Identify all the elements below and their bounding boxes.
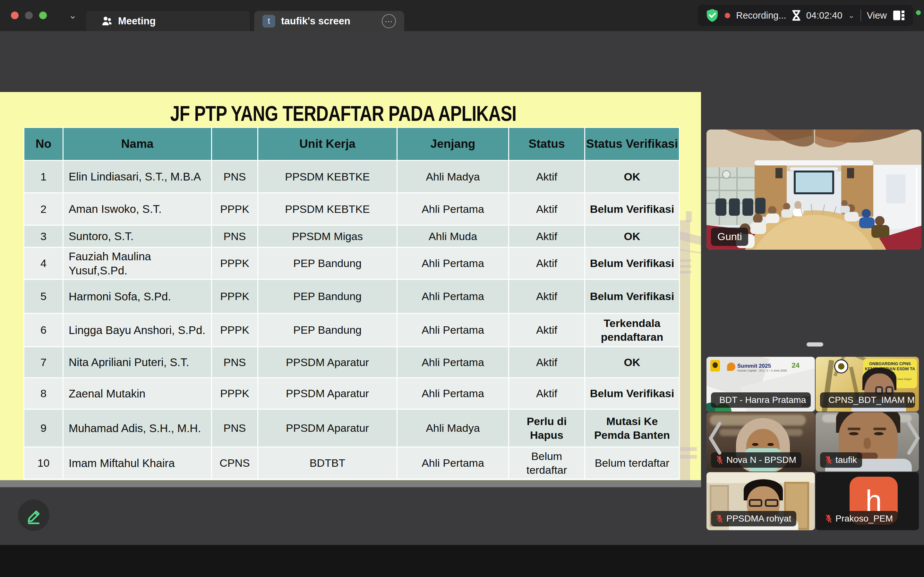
gallery-view-icon[interactable]: [893, 10, 905, 21]
table-header-row: No Nama Unit Kerja Jenjang Status Status…: [24, 127, 680, 161]
chevron-down-icon[interactable]: ⌄: [69, 10, 77, 21]
cell-jenjang: Ahli Pertama: [397, 447, 509, 479]
cell-kepeg: PNS: [212, 161, 258, 193]
table-row: 10Imam Miftahul KhairaCPNSBDTBTAhli Pert…: [24, 447, 680, 479]
table-row: 1Elin Lindiasari, S.T., M.B.APNSPPSDM KE…: [24, 161, 680, 193]
carousel-next-icon[interactable]: [906, 419, 921, 458]
cell-jenjang: Ahli Pertama: [397, 347, 509, 378]
cell-no: 1: [24, 161, 63, 193]
video-tile-taufik[interactable]: taufik: [816, 412, 919, 472]
cell-nama: Imam Miftahul Khaira: [63, 447, 212, 479]
people-icon: [102, 16, 113, 27]
hourglass-icon: [792, 10, 800, 21]
video-tile-rohyat[interactable]: PPSDMA rohyat: [706, 472, 815, 530]
col-status: Status: [509, 127, 585, 161]
participant-name-label: Gunti: [711, 227, 748, 246]
cell-status: Belum terdaftar: [509, 447, 585, 479]
carousel-prev-icon[interactable]: [708, 419, 722, 458]
participant-name: Nova N - BPSDM: [726, 455, 796, 465]
cell-nama: Fauziah Maulina Yusuf,S.Pd.: [63, 247, 212, 279]
participant-name-label: Prakoso_PEM: [820, 511, 898, 526]
cell-kepeg: PPPK: [212, 247, 258, 279]
bpsdm-logo: [710, 360, 720, 372]
cell-jenjang: Ahli Pertama: [397, 378, 509, 409]
video-panel: Gunti Summit 2025Human Capital · JCC, 3 …: [701, 31, 924, 577]
cell-unit: PEP Bandung: [258, 247, 397, 279]
cell-no: 10: [24, 447, 63, 479]
col-no: No: [24, 127, 63, 161]
cell-verif: OK: [585, 161, 680, 193]
cell-verif: Belum Verifikasi: [585, 279, 680, 314]
cell-unit: PEP Bandung: [258, 279, 397, 314]
cell-unit: PPSDM Aparatur: [258, 347, 397, 378]
cell-no: 7: [24, 347, 63, 378]
cell-verif: Mutasi Ke Pemda Banten: [585, 409, 680, 447]
participant-name-label: taufik: [820, 452, 862, 468]
col-kepegawaian: [212, 127, 258, 161]
view-button-label[interactable]: View: [867, 10, 887, 21]
cell-status: Aktif: [509, 347, 585, 378]
cell-nama: Muhamad Adis, S.H., M.H.: [63, 409, 212, 447]
video-tile-hanra[interactable]: Summit 2025Human Capital · JCC, 3 – 4 Ju…: [706, 357, 815, 412]
video-tile-prakoso[interactable]: h Prakoso_PEM: [816, 472, 919, 530]
camera-indicator-dot: [916, 10, 921, 15]
col-nama: Nama: [63, 127, 212, 161]
tab-screen-label: taufik's screen: [281, 15, 376, 27]
table-row: 8Zaenal MutakinPPPKPPSDM AparaturAhli Pe…: [24, 378, 680, 409]
cell-jenjang: Ahli Muda: [397, 226, 509, 247]
cell-unit: PPSDM KEBTKE: [258, 161, 397, 193]
participant-name: taufik: [835, 455, 857, 465]
cell-kepeg: CPNS: [212, 447, 258, 479]
cell-status: Aktif: [509, 378, 585, 409]
cell-unit: PEP Bandung: [258, 314, 397, 347]
table-row: 4Fauziah Maulina Yusuf,S.Pd.PPPKPEP Band…: [24, 247, 680, 279]
cell-nama: Aman Iswoko, S.T.: [63, 193, 212, 226]
minimize-window-button[interactable]: [25, 11, 33, 19]
table-row: 7Nita Apriliani Puteri, S.T.PNSPPSDM Apa…: [24, 347, 680, 378]
tab-meeting[interactable]: Meeting: [86, 11, 250, 31]
cell-no: 2: [24, 193, 63, 226]
meeting-timer: 04:02:40: [806, 10, 843, 21]
titlebar: ⌄ Meeting t taufik's screen … Recording.…: [0, 0, 924, 31]
zoom-meeting-window: ⌄ Meeting t taufik's screen … Recording.…: [0, 0, 924, 577]
table-body: 1Elin Lindiasari, S.T., M.B.APNSPPSDM KE…: [24, 161, 680, 479]
screen-share-avatar: t: [262, 15, 275, 27]
close-window-button[interactable]: [11, 11, 19, 19]
cell-jenjang: Ahli Pertama: [397, 247, 509, 279]
cell-nama: Nita Apriliani Puteri, S.T.: [63, 347, 212, 378]
video-tile-nova[interactable]: Nova N - BPSDM: [706, 412, 815, 472]
cell-verif: Terkendala pendaftaran: [585, 314, 680, 347]
esdm-logo: [834, 359, 848, 374]
cell-unit: PPSDM Aparatur: [258, 409, 397, 447]
tab-options-ellipsis-icon[interactable]: …: [382, 14, 396, 28]
timer-chevron-down-icon[interactable]: ⌄: [848, 11, 855, 20]
participant-name: PPSDMA rohyat: [726, 514, 791, 524]
cell-status: Aktif: [509, 193, 585, 226]
tab-taufik-screen[interactable]: t taufik's screen …: [254, 11, 404, 31]
panel-drag-handle[interactable]: [806, 342, 823, 347]
cell-no: 8: [24, 378, 63, 409]
participant-name: BDT - Hanra Pratama: [719, 395, 806, 405]
cell-kepeg: PPPK: [212, 314, 258, 347]
cell-kepeg: PPPK: [212, 193, 258, 226]
video-tile-imam[interactable]: ONBOARDING CPNS KEMENTERIAN ESDM TA 2024…: [816, 357, 919, 412]
col-unit-kerja: Unit Kerja: [258, 127, 397, 161]
summit-logo-icon: [727, 363, 735, 371]
mic-muted-icon: [825, 514, 832, 523]
recording-label[interactable]: Recording...: [736, 10, 786, 21]
cell-unit: PPSDM KEBTKE: [258, 193, 397, 226]
participant-name-label: Nova N - BPSDM: [711, 452, 801, 468]
annotate-button[interactable]: [18, 500, 49, 531]
participant-name: CPNS_BDT_IMAM MI...: [829, 395, 915, 405]
cell-nama: Suntoro, S.T.: [63, 226, 212, 247]
table-row: 6Lingga Bayu Anshori, S.Pd.PPPKPEP Bandu…: [24, 314, 680, 347]
cell-kepeg: PPPK: [212, 279, 258, 314]
cell-no: 3: [24, 226, 63, 247]
cell-no: 9: [24, 409, 63, 447]
zoom-window-button[interactable]: [39, 11, 47, 19]
video-tile-gunti[interactable]: Gunti: [706, 129, 921, 250]
security-shield-icon[interactable]: [706, 8, 719, 23]
pencil-icon: [25, 506, 43, 524]
cell-nama: Elin Lindiasari, S.T., M.B.A: [63, 161, 212, 193]
table-row: 3Suntoro, S.T.PNSPPSDM MigasAhli MudaAkt…: [24, 226, 680, 247]
